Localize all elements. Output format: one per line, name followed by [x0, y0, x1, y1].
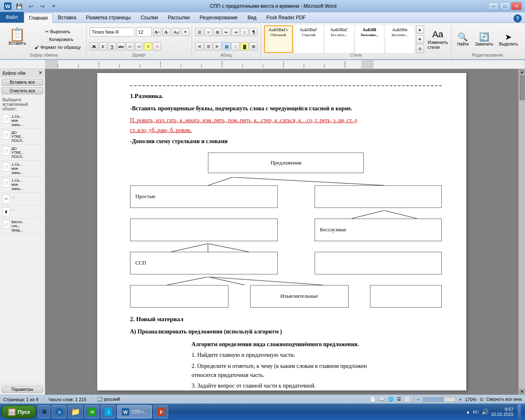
cut-btn[interactable]: ✂ Вырезать [32, 28, 83, 35]
sidebar-item-6[interactable]: ≡≡ ... [0, 193, 45, 205]
format-paint-btn[interactable]: 🖌 Формат по образцу [32, 44, 83, 50]
scroll-thumb[interactable] [520, 75, 525, 100]
list-multilevel-btn[interactable]: ⊞ [213, 28, 221, 36]
taskbar-mail[interactable]: ✉ [84, 405, 99, 418]
style-heading1-btn[interactable]: АаБбВЗаголово... [355, 25, 384, 53]
clear-all-btn[interactable]: Очистить все [2, 87, 43, 94]
scroll-down-btn[interactable]: ▼ [519, 389, 525, 395]
styles-scroll-down[interactable]: ▼ [416, 35, 424, 43]
zoom-plus-btn[interactable]: + [459, 397, 461, 402]
help-btn[interactable]: ? [514, 14, 522, 23]
border-btn[interactable]: ⊞ [249, 42, 258, 50]
show-desktop-btn[interactable] [518, 404, 521, 420]
doc-area[interactable]: 1.Разминка. -Вставить пропущенные буквы,… [45, 69, 518, 395]
collapse-windows-btn[interactable]: ⊡ [480, 397, 483, 402]
sort-btn[interactable]: ↕ [240, 28, 249, 36]
find-btn[interactable]: 🔍 Найти [455, 31, 471, 48]
tab-file[interactable]: Файл [0, 12, 24, 23]
font-size-input[interactable] [136, 27, 152, 37]
quick-save-btn[interactable]: 💾 [15, 2, 24, 11]
collapse-windows-label[interactable]: Свернуть все окна [486, 397, 522, 402]
taskbar-word-app[interactable]: W СПП с... [117, 405, 152, 418]
sidebar-item-2[interactable]: 📄 ДОУТВЕ...ПОСЛ... [0, 129, 45, 145]
params-btn[interactable]: Параметры [2, 386, 43, 393]
taskbar-folder[interactable]: 📁 [68, 405, 83, 418]
zoom-minus-btn[interactable]: − [417, 397, 420, 402]
subscript-btn[interactable]: x1 [126, 42, 134, 50]
tab-foxit[interactable]: Foxit Reader PDF [261, 12, 310, 23]
start-button[interactable]: 🪟 Пуск [2, 405, 36, 418]
scroll-up-btn[interactable]: ▲ [519, 69, 525, 75]
sidebar-item-4[interactable]: 📄 1.Се...моезаны... [0, 161, 45, 177]
change-styles-btn[interactable]: Aa Изменитьстили [426, 25, 450, 53]
italic-btn[interactable]: К [99, 42, 107, 50]
sidebar-item-1[interactable]: 📄 1.Се...моезаны... [0, 113, 45, 129]
taskbar-powerpoint[interactable]: P [153, 405, 168, 418]
style-heading2-btn[interactable]: АаБбВвЗаголово... [386, 25, 414, 53]
sidebar-item-7[interactable]: ▓ ... [0, 205, 45, 218]
decrease-indent-btn[interactable]: ⇤ [222, 28, 231, 36]
tab-view[interactable]: Вид [242, 12, 261, 23]
align-left-btn[interactable]: ⫷ [195, 42, 203, 50]
tab-insert[interactable]: Вставка [53, 12, 81, 23]
sidebar-item-8[interactable]: 📄 Бессо...сло...пред... [0, 218, 45, 234]
tab-references[interactable]: Ссылки [136, 12, 163, 23]
vertical-scrollbar[interactable]: ▲ ▼ [518, 69, 525, 395]
shading-btn[interactable]: ▓ [240, 42, 249, 50]
quick-undo-btn[interactable]: ↩ [26, 2, 35, 11]
tray-volume[interactable]: 🔊 [482, 409, 488, 415]
sidebar-close-btn[interactable]: ✕ [39, 70, 42, 75]
superscript-btn[interactable]: x2 [135, 42, 143, 50]
taskbar-show-desktop[interactable]: 🖥 [38, 405, 50, 418]
sidebar-item-3[interactable]: 📄 ДОУТВЕ...ПОСЛ... [0, 145, 45, 161]
language-indicator[interactable]: 🔤 русский [97, 397, 120, 402]
tab-mailings[interactable]: Рассылки [163, 12, 195, 23]
tray-hide-btn[interactable]: ▲ [466, 409, 470, 414]
tab-review[interactable]: Рецензирование [195, 12, 243, 23]
tab-home[interactable]: Главная [24, 13, 53, 23]
select-btn[interactable]: ➤ Выделить [497, 31, 520, 48]
view-web-btn[interactable]: 🌐 [388, 397, 394, 402]
maximize-btn[interactable]: □ [500, 2, 510, 10]
view-reading-btn[interactable]: 📖 [379, 397, 385, 402]
increase-indent-btn[interactable]: ⇥ [231, 28, 240, 36]
tab-page-layout[interactable]: Разметка страницы [81, 12, 136, 23]
list-bullet-btn[interactable]: ☰ [195, 28, 203, 36]
taskbar-ie[interactable]: e [52, 405, 66, 418]
clear-format-btn[interactable]: ✦ [181, 28, 189, 36]
style-normal-btn[interactable]: АаБбВвГгОбычный [264, 25, 293, 53]
strikethrough-btn[interactable]: abe [117, 42, 125, 50]
font-color-btn[interactable]: A [153, 42, 161, 50]
underline-btn[interactable]: Ч [108, 42, 116, 50]
taskbar-skype[interactable]: S [101, 405, 116, 418]
align-right-btn[interactable]: ⫸ [213, 42, 221, 50]
case-btn[interactable]: Aa [172, 28, 180, 36]
font-name-input[interactable] [90, 27, 135, 37]
replace-btn[interactable]: 🔄 Заменить [473, 31, 495, 48]
grow-font-btn[interactable]: A+ [153, 28, 161, 36]
list-number-btn[interactable]: ≡ [204, 28, 212, 36]
close-btn[interactable]: ✕ [511, 2, 522, 10]
minimize-btn[interactable]: ─ [488, 2, 499, 10]
sidebar-item-5[interactable]: 📄 1.Се...моезаны... [0, 177, 45, 193]
styles-scroll-up[interactable]: ▲ [416, 25, 424, 34]
highlight-btn[interactable]: A [144, 42, 152, 50]
zoom-slider[interactable] [423, 397, 456, 402]
quick-dropdown-btn[interactable]: ▼ [49, 2, 58, 11]
line-spacing-btn[interactable]: ↕ [231, 42, 240, 50]
show-formatting-btn[interactable]: ¶ [249, 28, 258, 36]
align-center-btn[interactable]: ☰ [204, 42, 212, 50]
justify-btn[interactable]: ▤ [222, 42, 231, 50]
view-draft-btn[interactable]: ⬜ [404, 397, 410, 402]
view-outline-btn[interactable]: ☰ [397, 397, 401, 402]
view-normal-btn[interactable]: 📄 [370, 397, 376, 402]
shrink-font-btn[interactable]: A- [162, 28, 171, 36]
style-strict-btn[interactable]: АаБбВвГСтрогий [294, 25, 323, 53]
paste-btn[interactable]: 📋 Вставить [5, 25, 30, 48]
copy-btn[interactable]: 📄 Копировать [32, 36, 83, 43]
styles-expand[interactable]: ⊟ [416, 45, 424, 53]
bold-btn[interactable]: Ж [90, 42, 98, 50]
style-no-interval-btn[interactable]: АаБбВвГБез инте... [325, 25, 354, 53]
paste-all-btn[interactable]: Вставить все [2, 79, 43, 86]
quick-redo-btn[interactable]: ↪ [38, 2, 47, 11]
